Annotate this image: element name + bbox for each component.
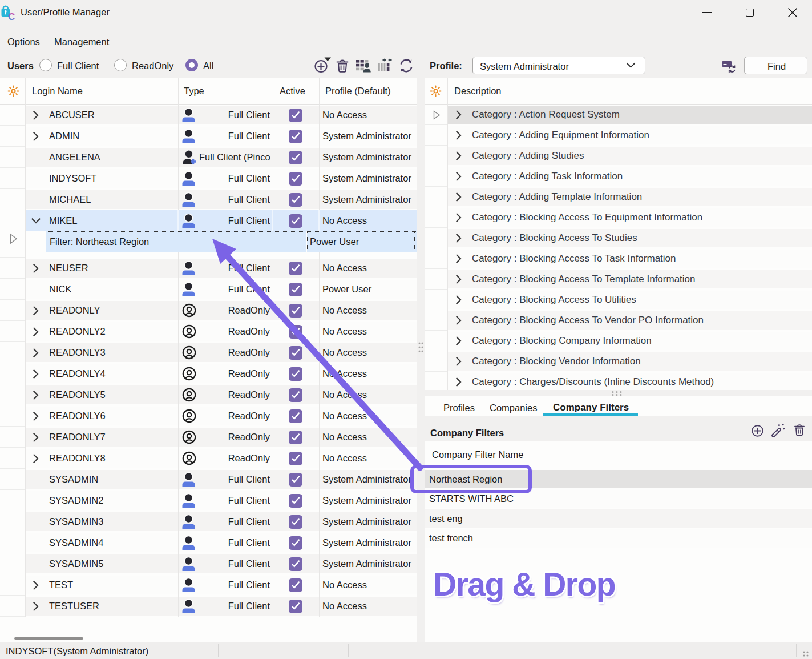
svg-text:C: C: [8, 11, 15, 21]
